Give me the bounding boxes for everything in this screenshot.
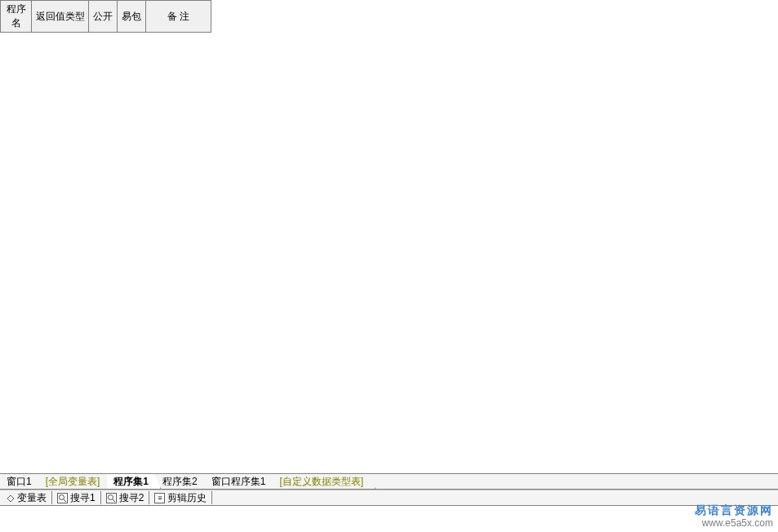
svg-line-2 — [64, 499, 66, 502]
table-header-row: 程序名 返回值类型 公开 易包 备 注 — [1, 1, 211, 33]
tab-label: 窗口1 — [7, 475, 32, 489]
tab-label: [全局变量表] — [46, 475, 100, 489]
tab-global-vars[interactable]: [全局变量表] — [39, 474, 113, 489]
header-name: 程序名 — [1, 1, 32, 33]
bottom-search1[interactable]: 搜寻1 — [52, 491, 101, 504]
editor-content[interactable] — [0, 33, 778, 473]
bottom-vartable[interactable]: 变量表 — [2, 491, 52, 504]
bottom-label: 剪辑历史 — [167, 491, 207, 505]
bottom-label: 搜寻1 — [70, 491, 96, 505]
tab-procset2[interactable]: 程序集2 — [156, 474, 210, 489]
search-icon — [57, 493, 68, 503]
svg-line-4 — [113, 499, 115, 502]
tab-window1[interactable]: 窗口1 — [0, 474, 44, 489]
tab-label: 窗口程序集1 — [211, 475, 266, 489]
bottom-clip-history[interactable]: ≡ 剪辑历史 — [149, 491, 212, 504]
watermark-url: www.e5a5x.com — [695, 517, 773, 530]
tab-label: 程序集1 — [113, 475, 149, 489]
search-icon — [106, 493, 117, 503]
bottom-label: 搜寻2 — [119, 491, 144, 505]
bottom-search2[interactable]: 搜寻2 — [101, 491, 150, 504]
doc-icon: ≡ — [154, 493, 165, 503]
watermark: 易语言资源网 www.e5a5x.com — [695, 503, 773, 530]
svg-marker-0 — [7, 495, 14, 502]
bottom-label: 变量表 — [17, 491, 47, 505]
tab-label: 程序集2 — [162, 475, 198, 489]
tab-window-procset1[interactable]: 窗口程序集1 — [205, 474, 278, 489]
footer-area: 易语言资源网 www.e5a5x.com — [0, 506, 778, 532]
header-remark: 备 注 — [146, 1, 211, 33]
header-package: 易包 — [118, 1, 146, 33]
header-public: 公开 — [89, 1, 118, 33]
bottom-toolbar: 变量表 搜寻1 搜寻2 ≡ 剪辑历史 — [0, 490, 778, 506]
tab-custom-types[interactable]: [自定义数据类型表] — [273, 474, 376, 489]
header-return-type: 返回值类型 — [32, 1, 89, 33]
watermark-title: 易语言资源网 — [695, 503, 773, 517]
tab-bar: 窗口1 [全局变量表] 程序集1 程序集2 窗口程序集1 [自定义数据类型表] — [0, 473, 778, 490]
svg-point-3 — [108, 494, 113, 499]
tab-procset1[interactable]: 程序集1 — [107, 474, 161, 489]
diamond-icon — [7, 494, 15, 502]
tab-label: [自定义数据类型表] — [279, 475, 363, 489]
svg-point-1 — [60, 494, 64, 499]
